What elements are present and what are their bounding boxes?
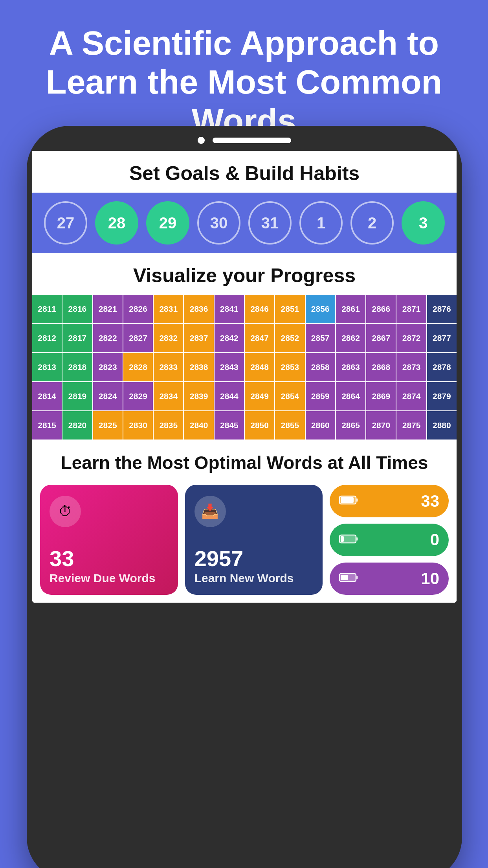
battery-icon-purple	[339, 571, 359, 586]
svg-rect-2	[356, 498, 358, 502]
grid-cell: 2854	[275, 382, 305, 410]
grid-cell: 2835	[154, 411, 183, 440]
grid-cell: 2829	[123, 382, 153, 410]
cal-day-3: 3	[402, 201, 445, 245]
cal-day-2: 2	[350, 201, 394, 245]
grid-cell: 2856	[306, 295, 335, 323]
grid-cell: 2872	[396, 324, 426, 352]
grid-cell: 2826	[123, 295, 153, 323]
svg-rect-1	[341, 497, 354, 503]
grid-cell: 2858	[306, 353, 335, 381]
grid-cell: 2836	[184, 295, 213, 323]
grid-cell: 2868	[366, 353, 396, 381]
grid-cell: 2857	[306, 324, 335, 352]
cal-day-28: 28	[95, 201, 138, 245]
grid-cell: 2879	[427, 382, 457, 410]
grid-cell: 2825	[93, 411, 123, 440]
grid-cell: 2869	[366, 382, 396, 410]
grid-cell: 2821	[93, 295, 123, 323]
battery-card-green: 0	[330, 524, 449, 556]
cal-day-29: 29	[146, 201, 189, 245]
grid-cell: 2815	[32, 411, 62, 440]
section-learn: Learn the Most Optimal Words at All Time…	[32, 440, 457, 603]
grid-cell: 2874	[396, 382, 426, 410]
grid-cell: 2855	[275, 411, 305, 440]
grid-cell: 2871	[396, 295, 426, 323]
grid-cell: 2813	[32, 353, 62, 381]
cards-row: ⏱ 33 Review Due Words 📥 2957 Learn New W…	[40, 485, 449, 595]
grid-cell: 2827	[123, 324, 153, 352]
grid-cell: 2867	[366, 324, 396, 352]
grid-cell: 2860	[306, 411, 335, 440]
grid-cell: 2819	[62, 382, 92, 410]
review-label: Review Due Words	[50, 571, 169, 585]
grid-cell: 2880	[427, 411, 457, 440]
grid-cell: 2852	[275, 324, 305, 352]
grid-cell: 2842	[215, 324, 244, 352]
grid-cell: 2811	[32, 295, 62, 323]
phone-screen: Set Goals & Build Habits 27 28 29 30 31 …	[32, 151, 457, 603]
grid-cell: 2846	[245, 295, 274, 323]
battery-icon-orange	[339, 493, 359, 509]
grid-cell: 2839	[184, 382, 213, 410]
grid-cell: 2837	[184, 324, 213, 352]
grid-cell: 2877	[427, 324, 457, 352]
grid-cell: 2866	[366, 295, 396, 323]
learn-icon: 📥	[194, 496, 226, 527]
phone-frame: Set Goals & Build Habits 27 28 29 30 31 …	[27, 126, 462, 868]
grid-cell: 2850	[245, 411, 274, 440]
grid-cell: 2820	[62, 411, 92, 440]
grid-cell: 2851	[275, 295, 305, 323]
grid-cell: 2853	[275, 353, 305, 381]
grid-cell: 2861	[336, 295, 365, 323]
goals-title: Set Goals & Build Habits	[32, 162, 457, 193]
learn-label: Learn New Words	[194, 571, 314, 585]
grid-cell: 2832	[154, 324, 183, 352]
calendar-row: 27 28 29 30 31 1 2 3	[32, 193, 457, 253]
svg-rect-8	[356, 576, 358, 579]
grid-cell: 2845	[215, 411, 244, 440]
cal-day-30: 30	[197, 201, 240, 245]
grid-cell: 2838	[184, 353, 213, 381]
grid-cell: 2859	[306, 382, 335, 410]
grid-cell: 2814	[32, 382, 62, 410]
card-learn[interactable]: 📥 2957 Learn New Words	[185, 485, 323, 595]
grid-cell: 2831	[154, 295, 183, 323]
battery-value-orange: 33	[421, 492, 439, 511]
phone-top-bar	[27, 126, 462, 151]
grid-cell: 2876	[427, 295, 457, 323]
battery-icon-green	[339, 532, 359, 548]
grid-cell: 2844	[215, 382, 244, 410]
battery-column: 33 0	[330, 485, 449, 595]
learn-title: Learn the Most Optimal Words at All Time…	[40, 452, 449, 485]
grid-cell: 2878	[427, 353, 457, 381]
grid-cell: 2824	[93, 382, 123, 410]
grid-cell: 2865	[336, 411, 365, 440]
grid-cell: 2822	[93, 324, 123, 352]
cal-day-31: 31	[248, 201, 292, 245]
grid-cell: 2812	[32, 324, 62, 352]
battery-value-purple: 10	[421, 569, 439, 588]
grid-cell: 2863	[336, 353, 365, 381]
svg-rect-7	[341, 575, 348, 580]
grid-cell: 2817	[62, 324, 92, 352]
section-visualize: Visualize your Progress 2811281628212826…	[32, 253, 457, 440]
grid-cell: 2841	[215, 295, 244, 323]
grid-cell: 2833	[154, 353, 183, 381]
cal-day-1: 1	[299, 201, 343, 245]
grid-cell: 2875	[396, 411, 426, 440]
battery-card-purple: 10	[330, 563, 449, 595]
grid-cell: 2870	[366, 411, 396, 440]
grid-cell: 2873	[396, 353, 426, 381]
grid-cell: 2862	[336, 324, 365, 352]
grid-cell: 2816	[62, 295, 92, 323]
review-icon: ⏱	[50, 496, 81, 527]
visualize-title: Visualize your Progress	[32, 264, 457, 295]
section-goals: Set Goals & Build Habits 27 28 29 30 31 …	[32, 151, 457, 253]
grid-cell: 2864	[336, 382, 365, 410]
grid-cell: 2843	[215, 353, 244, 381]
card-review[interactable]: ⏱ 33 Review Due Words	[40, 485, 178, 595]
svg-rect-5	[356, 537, 358, 541]
phone-speaker	[213, 138, 291, 143]
learn-number: 2957	[194, 546, 314, 571]
